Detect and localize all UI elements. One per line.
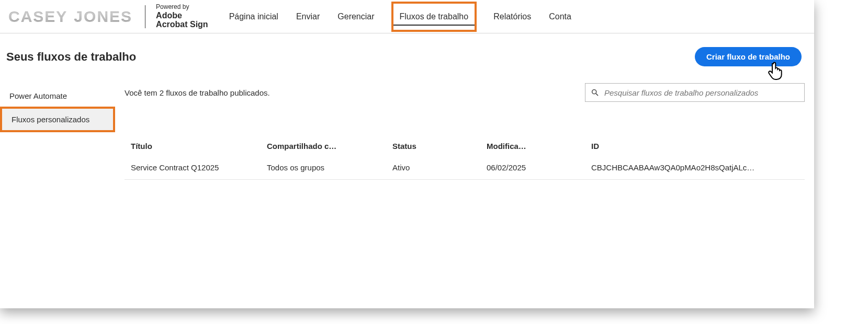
cell-modified: 06/02/2025 — [480, 156, 585, 180]
col-shared[interactable]: Compartilhado c… — [261, 136, 386, 156]
divider — [145, 5, 145, 28]
svg-line-1 — [596, 94, 598, 96]
nav-home[interactable]: Página inicial — [228, 2, 279, 32]
powered-by-adobe: Adobe — [156, 11, 208, 20]
brand-logo: CASEY JONES — [3, 8, 138, 26]
nav-reports[interactable]: Relatórios — [492, 2, 532, 32]
search-input[interactable] — [604, 88, 799, 97]
sidebar: Power Automate Fluxos personalizados — [0, 71, 115, 180]
table-row[interactable]: Service Contract Q12025 Todos os grupos … — [125, 156, 805, 180]
search-box[interactable] — [585, 83, 805, 102]
top-nav: Página inicial Enviar Gerenciar Fluxos d… — [228, 2, 572, 32]
powered-by-label: Powered by — [156, 4, 208, 10]
nav-workflows[interactable]: Fluxos de trabalho — [391, 2, 477, 32]
col-title[interactable]: Título — [125, 136, 261, 156]
cursor-hand-icon — [766, 61, 784, 82]
sidebar-item-power-automate[interactable]: Power Automate — [0, 85, 115, 107]
cell-status: Ativo — [386, 156, 480, 180]
powered-by-block: Powered by Adobe Acrobat Sign — [156, 4, 208, 29]
table-header-row: Título Compartilhado c… Status Modifica…… — [125, 136, 805, 156]
create-workflow-button[interactable]: Criar fluxo de trabalho — [695, 47, 802, 66]
col-status[interactable]: Status — [386, 136, 480, 156]
sidebar-item-custom-flows[interactable]: Fluxos personalizados — [0, 107, 115, 132]
powered-by-acrobat-sign: Acrobat Sign — [156, 20, 208, 29]
svg-point-0 — [592, 90, 596, 94]
top-header: CASEY JONES Powered by Adobe Acrobat Sig… — [0, 0, 814, 33]
subheader: Seus fluxos de trabalho Criar fluxo de t… — [0, 33, 814, 71]
cell-id: CBJCHBCAABAAw3QA0pMAo2H8sQatjALc… — [585, 156, 805, 180]
workflows-table: Título Compartilhado c… Status Modifica…… — [125, 136, 805, 180]
nav-manage[interactable]: Gerenciar — [336, 2, 375, 32]
published-count-text: Você tem 2 fluxos de trabalho publicados… — [125, 88, 270, 97]
nav-send[interactable]: Enviar — [295, 2, 321, 32]
main-content: Você tem 2 fluxos de trabalho publicados… — [115, 71, 814, 180]
cell-title: Service Contract Q12025 — [125, 156, 261, 180]
search-icon — [591, 88, 599, 97]
col-modified[interactable]: Modifica… — [480, 136, 585, 156]
cell-shared: Todos os grupos — [261, 156, 386, 180]
brand-word-1: CASEY — [8, 8, 67, 26]
nav-account[interactable]: Conta — [548, 2, 572, 32]
col-id[interactable]: ID — [585, 136, 805, 156]
brand-word-2: JONES — [74, 8, 132, 26]
page-title: Seus fluxos de trabalho — [6, 50, 136, 64]
